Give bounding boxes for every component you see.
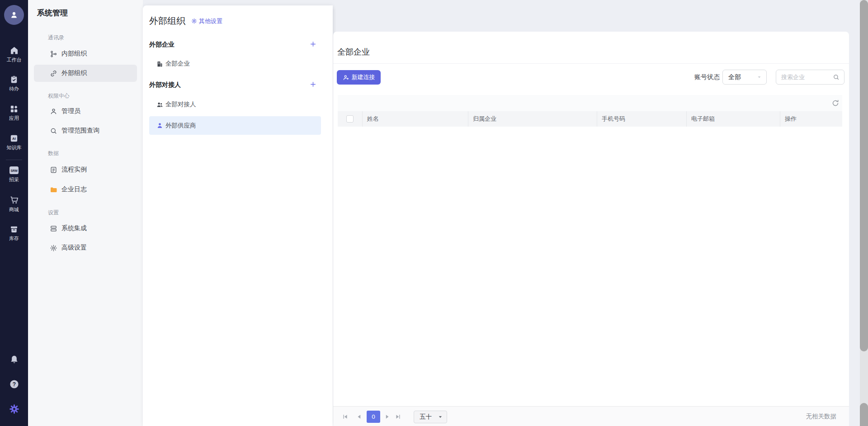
home-icon [9,46,19,55]
rail-item-inventory[interactable]: 库存 [0,225,28,242]
section-label-data: 数据 [48,150,59,157]
page-scrollbar [860,0,868,426]
rail-item-knowledge[interactable]: AI 知识库 [0,134,28,151]
server-stack-icon [50,225,57,232]
app-rail: 工作台 待办 应用 AI 知识库 SRM 招采 [0,0,28,426]
page-title: 全部企业 [337,47,370,57]
account-status-select[interactable]: 全部 [722,70,767,85]
current-page-button[interactable]: 0 [367,411,380,423]
srm-badge-text: SRM [10,169,17,172]
column-header-actions: 操作 [780,111,842,127]
sidebar-item-system-integration[interactable]: 系统集成 [34,220,137,237]
main-content: 全部企业 新建连接 账号状态 全部 [333,32,849,426]
section-label-permissions: 权限中心 [48,92,70,100]
rail-divider [6,160,22,160]
new-connection-button[interactable]: 新建连接 [337,70,381,85]
user-icon [9,10,19,20]
column-header-phone: 手机号码 [597,111,686,127]
help-button[interactable]: ? [0,379,28,389]
search-icon[interactable] [833,74,840,80]
ai-badge-text: AI [12,137,16,141]
sidebar-item-company-logs[interactable]: 企业日志 [34,181,137,198]
secondary-sidebar: 系统管理 通讯录 内部组织 外部组织 权限中心 管理员 管理范围查询 [28,0,143,426]
cart-icon [9,195,19,205]
sidebar-item-external-org[interactable]: 外部组织 [34,65,137,82]
next-page-button[interactable] [384,414,390,420]
gear-icon [9,404,19,414]
sidebar-item-label: 系统集成 [61,224,87,232]
rail-item-apps[interactable]: 应用 [0,104,28,122]
sidebar-item-label: 高级设置 [61,244,87,252]
last-page-button[interactable] [395,414,401,420]
building-icon [156,61,163,67]
svg-text:?: ? [12,381,15,388]
folder-icon [50,186,57,194]
gear-outline-icon [50,244,57,252]
add-external-company-button[interactable] [309,40,317,48]
sidebar-item-label: 流程实例 [61,166,87,174]
archive-box-icon [9,225,19,234]
bell-icon [9,355,19,365]
add-external-contact-button[interactable] [309,80,317,88]
company-search [776,70,844,85]
sidebar-item-scope-query[interactable]: 管理范围查询 [34,122,137,139]
tree-item-label: 外部供应商 [165,122,196,130]
notifications-bell[interactable] [0,355,28,365]
search-input[interactable] [776,74,833,80]
pagination-bar: 0 五十 无相关数据 [333,406,849,426]
person-icon [50,108,57,115]
user-avatar[interactable] [4,5,24,25]
sidebar-item-admins[interactable]: 管理员 [34,103,137,120]
divider [333,63,849,64]
chevron-down-icon [757,75,762,80]
srm-badge-icon: SRM [9,166,19,175]
column-header-email: 电子邮箱 [686,111,780,127]
select-all-checkbox[interactable] [346,115,354,123]
previous-page-button[interactable] [356,414,362,420]
tree-item-all-contacts[interactable]: 全部对接人 [149,95,321,114]
account-status-value: 全部 [728,73,741,81]
document-icon [50,166,57,174]
scrollbar-thumb-main[interactable] [860,0,868,351]
refresh-icon[interactable] [831,99,840,107]
tree-header: 外部组织 其他设置 [149,15,222,27]
grid-icon [9,104,19,114]
rail-settings-button[interactable] [0,404,28,414]
tree-item-all-companies[interactable]: 全部企业 [149,55,321,73]
person-plus-icon [343,74,349,81]
empty-data-text: 无相关数据 [806,407,837,426]
rail-item-workbench[interactable]: 工作台 [0,46,28,63]
screen: 工作台 待办 应用 AI 知识库 SRM 招采 [0,0,868,426]
sidebar-item-label: 管理范围查询 [61,127,99,135]
sidebar-item-label: 外部组织 [61,69,87,77]
people-icon [156,101,163,108]
page-size-select[interactable]: 五十 [414,411,447,423]
tree-group-external-contacts: 外部对接人 [149,81,181,89]
rail-item-srm[interactable]: SRM 招采 [0,166,28,183]
sidebar-item-internal-org[interactable]: 内部组织 [34,45,137,62]
tree-item-label: 全部对接人 [165,100,196,109]
question-mark-icon: ? [9,379,19,389]
table-toolbar [338,95,842,111]
first-page-button[interactable] [342,414,348,420]
rail-item-todo[interactable]: 待办 [0,75,28,92]
sidebar-item-label: 企业日志 [61,185,87,194]
column-header-name: 姓名 [362,111,468,127]
ai-book-icon: AI [9,134,19,143]
table-header-row: 姓名 归属企业 手机号码 电子邮箱 操作 [338,111,842,127]
link-icon [50,70,57,77]
sidebar-item-label: 管理员 [61,107,80,115]
sidebar-item-process-instances[interactable]: 流程实例 [34,161,137,178]
section-label-settings: 设置 [48,209,59,217]
scrollbar-thumb-bottom[interactable] [860,403,868,426]
tree-group-external-companies: 外部企业 [149,41,175,49]
page-size-value: 五十 [420,413,432,421]
other-settings-link[interactable]: 其他设置 [191,17,222,25]
sidebar-item-advanced-settings[interactable]: 高级设置 [34,239,137,256]
table-body-empty [338,127,842,406]
account-status-label: 账号状态 [694,73,720,81]
caret-down-icon [438,415,443,419]
rail-item-mall[interactable]: 商城 [0,195,28,213]
tree-panel: 外部组织 其他设置 外部企业 全部企业 外部对接人 [143,5,333,426]
tree-item-external-suppliers[interactable]: 外部供应商 [149,116,321,135]
